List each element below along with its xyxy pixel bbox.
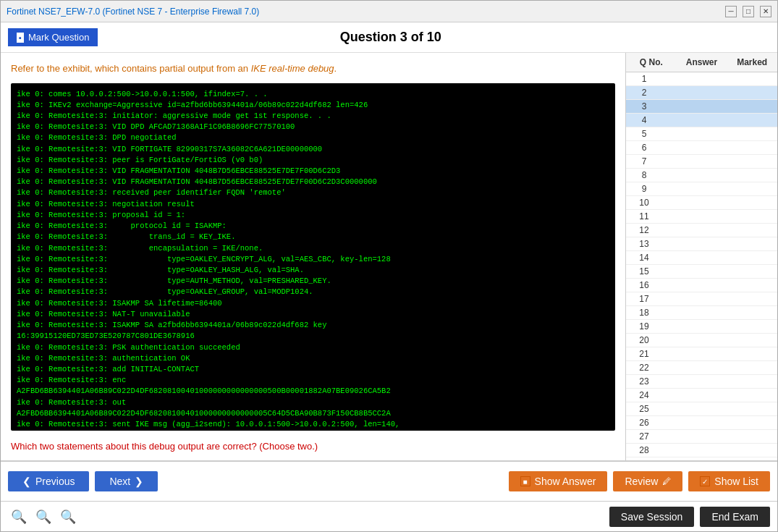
review-icon: 🖉 (662, 476, 671, 486)
q-number: 24 (626, 390, 662, 400)
end-exam-button[interactable]: End Exam (700, 507, 770, 527)
minimize-button[interactable]: ─ (725, 6, 737, 17)
question-list-item[interactable]: 10 (626, 196, 777, 210)
zoom-in-button[interactable]: 🔍 (57, 507, 79, 526)
q-number: 25 (626, 404, 662, 414)
question-text-suffix: . (334, 63, 337, 74)
question-list-item[interactable]: 20 (626, 334, 777, 347)
zoom-in-icon: 🔍 (60, 510, 76, 524)
right-panel-header: Q No. Answer Marked (626, 53, 777, 72)
main-content: Refer to the exhibit, which contains par… (1, 53, 777, 460)
save-session-button[interactable]: Save Session (609, 507, 695, 527)
question-list-item[interactable]: 1 (626, 72, 777, 86)
q-number: 4 (626, 115, 662, 125)
q-number: 5 (626, 129, 662, 139)
q-number: 20 (626, 335, 662, 345)
question-list-item[interactable]: 25 (626, 402, 777, 416)
question-list-item[interactable]: 5 (626, 127, 777, 141)
nav-left: Previous Next (8, 471, 158, 491)
bookmark-icon: ▪ (17, 33, 24, 43)
q-number: 6 (626, 143, 662, 153)
main-window: Fortinet NSE7_EFW-7.0 (Fortinet NSE 7 - … (0, 0, 778, 532)
q-number: 3 (626, 101, 662, 111)
question-list-item[interactable]: 9 (626, 182, 777, 196)
toolbar: ▪ Mark Question Question 3 of 10 (1, 22, 777, 53)
zoom-out-button[interactable]: 🔍 (8, 507, 30, 526)
question-text: Refer to the exhibit, which contains par… (11, 62, 615, 76)
previous-button[interactable]: Previous (8, 471, 89, 491)
q-number: 26 (626, 418, 662, 428)
bottom-nav: Previous Next ■ Show Answer Review 🖉 ✓ S… (1, 460, 777, 501)
q-number: 21 (626, 349, 662, 359)
session-controls: Save Session End Exam (609, 507, 770, 527)
question-counter: Question 3 of 10 (340, 30, 441, 45)
q-number: 15 (626, 266, 662, 276)
q-number: 14 (626, 253, 662, 263)
question-list-item[interactable]: 2 (626, 86, 777, 100)
show-answer-button[interactable]: ■ Show Answer (509, 471, 608, 491)
exhibit-box: ike 0: comes 10.0.0.2:500->10.0.0.1:500,… (11, 83, 615, 431)
next-button[interactable]: Next (95, 471, 158, 491)
q-number: 23 (626, 376, 662, 387)
q-number: 11 (626, 211, 662, 221)
choose-text: Which two statements about this debug ou… (11, 441, 615, 452)
question-list-item[interactable]: 12 (626, 224, 777, 237)
zoom-reset-icon: 🔍 (35, 510, 51, 524)
close-button[interactable]: ✕ (760, 6, 771, 17)
q-number: 16 (626, 280, 662, 290)
col-marked: Marked (727, 56, 777, 69)
question-list-item[interactable]: 22 (626, 361, 777, 375)
q-number: 13 (626, 239, 662, 249)
col-answer: Answer (677, 56, 727, 69)
q-number: 8 (626, 170, 662, 180)
show-list-button[interactable]: ✓ Show List (688, 471, 770, 491)
zoom-out-icon: 🔍 (11, 510, 27, 524)
arrow-right-icon (135, 476, 143, 487)
question-list-item[interactable]: 11 (626, 210, 777, 224)
window-controls: ─ □ ✕ (725, 6, 771, 17)
q-number: 7 (626, 156, 662, 166)
question-list: 1234567891011121314151617181920212223242… (626, 72, 777, 460)
question-area: Refer to the exhibit, which contains par… (1, 53, 625, 460)
question-list-item[interactable]: 17 (626, 292, 777, 306)
question-list-item[interactable]: 6 (626, 141, 777, 155)
arrow-left-icon (22, 476, 31, 487)
q-number: 9 (626, 184, 662, 194)
question-list-item[interactable]: 7 (626, 155, 777, 169)
review-button[interactable]: Review 🖉 (613, 471, 682, 491)
question-list-item[interactable]: 3 (626, 100, 777, 114)
window-title: Fortinet NSE7_EFW-7.0 (Fortinet NSE 7 - … (7, 7, 259, 17)
question-list-item[interactable]: 16 (626, 279, 777, 292)
question-list-item[interactable]: 4 (626, 114, 777, 127)
zoom-reset-button[interactable]: 🔍 (33, 507, 54, 526)
question-highlight: IKE real-time debug (251, 63, 334, 74)
question-list-item[interactable]: 24 (626, 389, 777, 402)
mark-question-button[interactable]: ▪ Mark Question (8, 28, 98, 46)
question-list-item[interactable]: 19 (626, 320, 777, 334)
footer-row: 🔍 🔍 🔍 Save Session End Exam (1, 501, 777, 531)
q-number: 19 (626, 321, 662, 332)
question-list-item[interactable]: 28 (626, 444, 777, 457)
zoom-controls: 🔍 🔍 🔍 (8, 507, 79, 526)
question-list-item[interactable]: 21 (626, 347, 777, 361)
q-number: 17 (626, 294, 662, 304)
question-list-item[interactable]: 18 (626, 306, 777, 320)
checkbox-icon: ■ (520, 476, 530, 486)
nav-center: ■ Show Answer Review 🖉 ✓ Show List (509, 471, 770, 491)
question-list-item[interactable]: 14 (626, 251, 777, 265)
question-list-item[interactable]: 8 (626, 169, 777, 182)
q-number: 2 (626, 88, 662, 98)
question-list-item[interactable]: 23 (626, 375, 777, 389)
q-number: 18 (626, 308, 662, 318)
right-panel: Q No. Answer Marked 12345678910111213141… (625, 53, 777, 460)
question-list-item[interactable]: 26 (626, 416, 777, 430)
question-list-item[interactable]: 27 (626, 430, 777, 444)
question-list-item[interactable]: 15 (626, 265, 777, 279)
question-list-item[interactable]: 13 (626, 237, 777, 251)
maximize-button[interactable]: □ (743, 6, 754, 17)
col-qno: Q No. (626, 56, 677, 69)
q-number: 22 (626, 363, 662, 373)
q-number: 27 (626, 431, 662, 442)
q-number: 12 (626, 225, 662, 235)
q-number: 1 (626, 74, 662, 84)
